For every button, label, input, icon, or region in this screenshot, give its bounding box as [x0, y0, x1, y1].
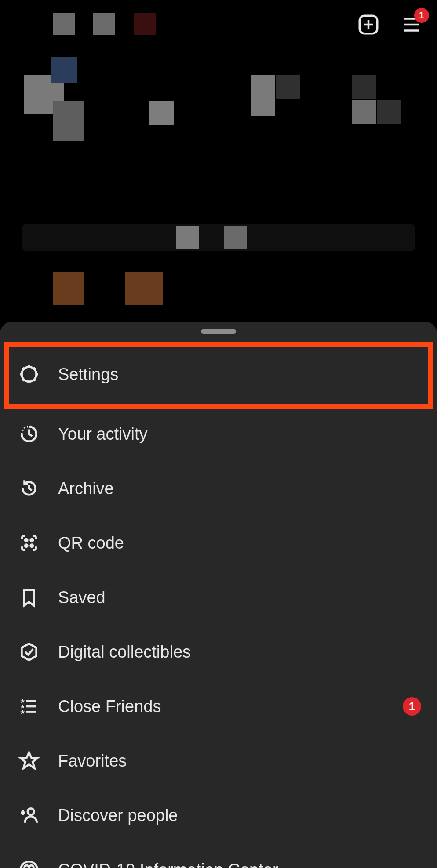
svg-line-12	[22, 368, 24, 369]
svg-marker-21	[22, 644, 36, 660]
pixel-block	[377, 100, 401, 124]
activity-icon	[18, 423, 40, 445]
menu-label: Discover people	[58, 806, 421, 825]
svg-line-14	[22, 379, 24, 380]
close-friends-badge: 1	[403, 697, 421, 716]
close-friends-icon	[18, 695, 40, 718]
pixel-block	[53, 101, 84, 141]
pixel-block	[93, 13, 115, 35]
svg-line-15	[33, 368, 35, 369]
menu-list: Settings Your activity Archive	[0, 342, 437, 868]
menu-label: Digital collectibles	[58, 643, 421, 662]
pixel-block	[251, 75, 275, 116]
svg-marker-25	[20, 699, 25, 703]
hamburger-menu-button[interactable]: 1	[399, 12, 424, 37]
menu-label: Settings	[58, 365, 421, 384]
menu-label: Your activity	[58, 425, 421, 444]
menu-item-saved[interactable]: Saved	[0, 570, 437, 625]
svg-line-13	[33, 379, 35, 380]
profile-content-blur	[0, 57, 437, 145]
pixel-block	[51, 57, 77, 83]
archive-icon	[18, 477, 40, 500]
svg-marker-28	[21, 752, 37, 768]
profile-button-blur	[22, 224, 415, 251]
menu-label: Archive	[58, 479, 421, 498]
menu-item-favorites[interactable]: Favorites	[0, 734, 437, 788]
create-button[interactable]	[356, 12, 381, 37]
svg-point-17	[25, 539, 27, 541]
menu-item-discover-people[interactable]: Discover people	[0, 788, 437, 843]
hex-check-icon	[18, 640, 40, 663]
menu-item-archive[interactable]: Archive	[0, 461, 437, 516]
svg-point-18	[31, 539, 33, 541]
pixel-block	[176, 226, 199, 249]
pixel-block	[352, 75, 376, 99]
menu-item-digital-collectibles[interactable]: Digital collectibles	[0, 625, 437, 679]
pixel-block	[53, 13, 75, 35]
svg-marker-26	[20, 705, 25, 709]
pixel-block	[125, 272, 163, 305]
profile-header: 1	[0, 0, 437, 49]
menu-item-close-friends[interactable]: Close Friends 1	[0, 679, 437, 734]
menu-label: Saved	[58, 588, 421, 607]
menu-item-covid-info[interactable]: COVID-19 Information Center	[0, 843, 437, 868]
discover-people-icon	[18, 804, 40, 827]
pixel-block	[352, 100, 376, 124]
menu-label: COVID-19 Information Center	[58, 861, 421, 868]
plus-square-icon	[357, 13, 380, 36]
saved-icon	[18, 586, 40, 609]
menu-item-your-activity[interactable]: Your activity	[0, 407, 437, 461]
qr-icon	[18, 532, 40, 554]
notification-badge: 1	[414, 8, 429, 23]
pixel-block	[53, 272, 84, 305]
star-icon	[18, 749, 40, 772]
svg-point-20	[31, 545, 33, 547]
menu-item-qr-code[interactable]: QR code	[0, 516, 437, 570]
svg-point-19	[25, 545, 27, 547]
svg-point-29	[28, 808, 34, 815]
menu-label: QR code	[58, 534, 421, 553]
pixel-block	[276, 75, 300, 99]
header-blur	[53, 13, 156, 35]
heart-circle-icon	[18, 858, 40, 868]
pixel-block	[224, 226, 247, 249]
pixel-block	[134, 13, 156, 35]
svg-point-7	[26, 371, 33, 378]
menu-bottom-sheet: Settings Your activity Archive	[0, 322, 437, 868]
svg-marker-27	[20, 710, 25, 714]
pixel-block	[149, 101, 174, 125]
sheet-drag-handle[interactable]	[201, 329, 236, 334]
menu-label: Favorites	[58, 752, 421, 770]
menu-label: Close Friends	[58, 697, 385, 716]
gear-icon	[18, 363, 40, 386]
menu-item-settings[interactable]: Settings	[0, 342, 437, 407]
